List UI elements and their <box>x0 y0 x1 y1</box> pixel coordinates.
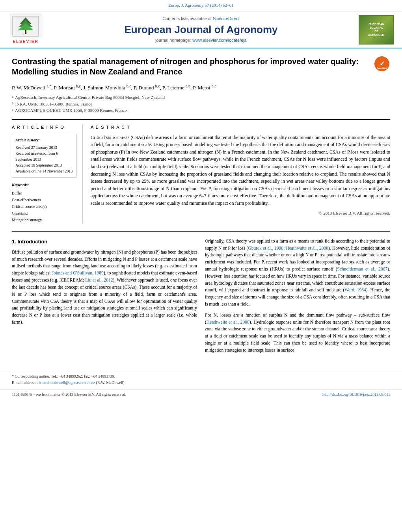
keyword-1: Buffer <box>12 190 77 196</box>
affiliation-c: c AGROCAMPUS-OUEST, UMR 1069, F-35000 Re… <box>12 107 390 114</box>
article-info-col: A R T I C L E I N F O Article history: R… <box>12 124 83 223</box>
affil-c-text: AGROCAMPUS-OUEST, UMR 1069, F-35000 Renn… <box>15 107 127 114</box>
affiliations: a AgResearch, Invermay Agricultural Cent… <box>12 94 390 114</box>
article-footer: * Corresponding author. Tel.: +64 348992… <box>0 370 402 389</box>
footnote-email: E-mail address: richard.mcdowell@agresea… <box>12 380 390 386</box>
article-title: Contrasting the spatial management of ni… <box>12 56 368 77</box>
sciencedirect-link[interactable]: ScienceDirect <box>213 16 240 21</box>
keywords-label: Keywords: <box>12 182 77 188</box>
intro-para-2: Originally, CSA theory was applied to a … <box>205 238 390 308</box>
abstract-text: Critical source areas (CSAs) define area… <box>91 134 390 207</box>
abstract-col: A B S T R A C T Critical source areas (C… <box>91 124 390 223</box>
keyword-4: Grassland <box>12 210 77 217</box>
abstract-heading: A B S T R A C T <box>91 124 390 131</box>
main-content: Contrasting the spatial management of ni… <box>0 48 402 365</box>
received-revised-date: Received in revised form 6 September 201… <box>15 150 73 162</box>
doi-link[interactable]: http://dx.doi.org/10.1016/j.eja.2013.09.… <box>322 392 390 398</box>
crossmark-svg: ✓ CrossMark <box>374 56 389 71</box>
cite-ward[interactable]: Ward, 1984 <box>344 287 366 292</box>
contents-available: Contents lists available at ScienceDirec… <box>51 16 351 22</box>
body-col-left: 1. Introduction Diffuse pollution of sur… <box>12 238 197 358</box>
body-two-col: 1. Introduction Diffuse pollution of sur… <box>12 238 390 358</box>
affiliation-a: a AgResearch, Invermay Agricultural Cent… <box>12 94 390 101</box>
article-info-heading: A R T I C L E I N F O <box>12 124 77 131</box>
agronomy-logo: EUROPEANJOURNALOFAGRONOMY <box>359 15 394 44</box>
keyword-5: Mitigation strategy <box>12 217 77 223</box>
cite-johnes[interactable]: Johnes and O'Sullivan, 1989 <box>52 271 104 275</box>
bottom-bar: 1161-0301/$ – see front matter © 2013 El… <box>0 389 402 400</box>
cite-heathwaite[interactable]: Heathwaite et al., 2000 <box>207 320 249 324</box>
history-label: Article history: <box>15 137 73 143</box>
affil-a-text: AgResearch, Invermay Agricultural Centre… <box>15 94 165 101</box>
svg-text:CrossMark: CrossMark <box>377 67 387 69</box>
authors: R.W. McDowell a,*, P. Moreau b,c, J. Sal… <box>12 83 390 92</box>
affil-b-text: INRA, UMR 1069, F-35000 Rennes, France <box>15 101 93 108</box>
cite-schneiderman[interactable]: Schneiderman et al., 2007 <box>337 267 388 271</box>
email-link[interactable]: richard.mcdowell@agresearch.co.nz <box>37 380 95 385</box>
elsevier-tree-svg <box>12 15 39 37</box>
elsevier-logo: ELSEVIER <box>8 15 43 45</box>
article-title-section: Contrasting the spatial management of ni… <box>12 56 390 77</box>
intro-para-3: For N, losses are a function of surplus … <box>205 312 390 354</box>
article-info-abstract-section: A R T I C L E I N F O Article history: R… <box>12 119 390 223</box>
journal-top-bar: Europ. J. Agronomy 57 (2014) 52–61 <box>0 0 402 11</box>
body-col-right: Originally, CSA theory was applied to a … <box>205 238 390 358</box>
elsevier-text: ELSEVIER <box>13 39 38 45</box>
keyword-3: Critical source area(s) <box>12 203 77 210</box>
issn-text: 1161-0301/$ – see front matter © 2013 El… <box>12 392 126 398</box>
received-date: Received 27 January 2013 <box>15 145 73 150</box>
cite-liu[interactable]: Liu et al., 2012 <box>85 278 113 282</box>
homepage-url[interactable]: www.elsevier.com/locate/eja <box>192 38 247 43</box>
journal-ref: Europ. J. Agronomy 57 (2014) 52–61 <box>168 3 233 7</box>
journal-title-center: Contents lists available at ScienceDirec… <box>43 16 359 44</box>
intro-para-1: Diffuse pollution of surface and groundw… <box>12 249 197 326</box>
elsevier-logo-image <box>10 15 41 38</box>
journal-homepage: journal homepage: www.elsevier.com/locat… <box>51 37 351 44</box>
svg-text:✓: ✓ <box>380 60 385 67</box>
crossmark-icon[interactable]: ✓ CrossMark <box>374 56 389 71</box>
journal-header: ELSEVIER Contents lists available at Sci… <box>0 11 402 49</box>
cite-gburek[interactable]: Gburek et al., 1996; Heathwaite et al., … <box>248 246 328 250</box>
keywords-section: Keywords: Buffer Cost-effectiveness Crit… <box>12 182 77 223</box>
article-history-box: Article history: Received 27 January 201… <box>12 134 77 178</box>
footnote-corresponding: * Corresponding author. Tel.: +64 348992… <box>12 373 390 380</box>
page-wrapper: Europ. J. Agronomy 57 (2014) 52–61 ELSEV… <box>0 0 402 532</box>
available-date: Available online 14 November 2013 <box>15 168 73 174</box>
agronomy-logo-text: EUROPEANJOURNALOFAGRONOMY <box>368 22 385 37</box>
crossmark-badge[interactable]: ✓ CrossMark <box>374 56 390 72</box>
copyright-line: © 2013 Elsevier B.V. All rights reserved… <box>91 210 390 217</box>
section-1-title: 1. Introduction <box>12 238 197 246</box>
affiliation-b: b INRA, UMR 1069, F-35000 Rennes, France <box>12 101 390 108</box>
accepted-date: Accepted 18 September 2013 <box>15 162 73 168</box>
body-divider <box>12 231 390 232</box>
journal-main-title: European Journal of Agronomy <box>51 24 351 36</box>
keyword-2: Cost-effectiveness <box>12 196 77 203</box>
